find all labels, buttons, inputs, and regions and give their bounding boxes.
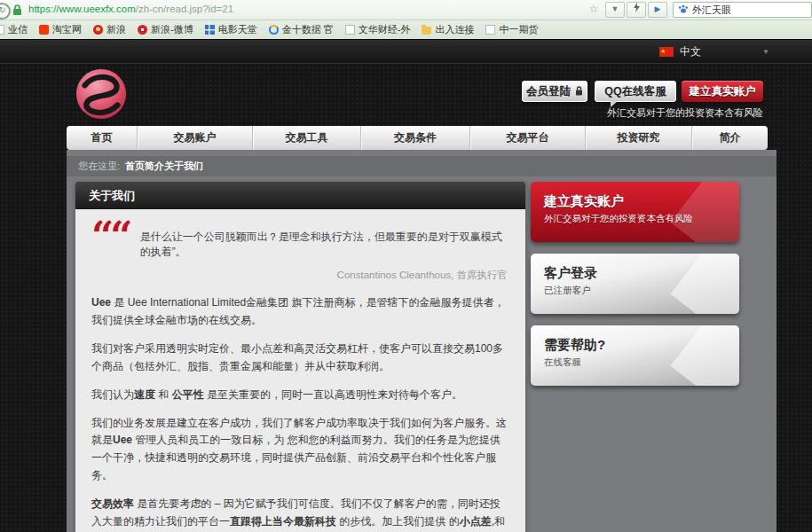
sina-icon xyxy=(93,25,103,35)
page-icon xyxy=(485,25,495,35)
bookmark-item-4[interactable]: 电影天堂 xyxy=(205,23,257,36)
bookmark-label: 新浪-微博 xyxy=(151,23,193,36)
search-text: 外汇天眼 xyxy=(692,4,731,17)
language-selector[interactable]: ★ 中文 xyxy=(659,44,701,59)
quote-attribution: Constantinos Cleanthous, 首席执行官 xyxy=(75,269,508,282)
paragraph-1: 我们对客户采用透明实时定价、最小点差和高灵活交易杠杆，使客户可以直接交易100多… xyxy=(91,340,509,376)
sidebar-client-login-panel[interactable]: 客户登录 已注册客户 xyxy=(531,254,739,314)
language-label: 中文 xyxy=(680,44,701,59)
site-header: 会员登陆 QQ在线客服 建立真实账户 外汇交易对于您的投资资本含有风险 xyxy=(67,64,777,126)
paragraph-3: 我们的业务发展是建立在客户成功，我们了解客户成功率取决于我们如何为客户服务。这就… xyxy=(91,415,509,486)
login-lock-icon xyxy=(575,82,583,103)
article-panel: 关于我们 ““ 是什么让一个公司脱颖而出？是理念和执行方法，但最重要的是对于双赢… xyxy=(75,182,525,532)
member-login-button[interactable]: 会员登陆 xyxy=(522,81,587,102)
create-real-account-button[interactable]: 建立真实账户 xyxy=(682,81,763,102)
bookmark-label: 出入连接 xyxy=(435,23,474,36)
nav-item-2[interactable]: 交易工具 xyxy=(253,126,361,150)
breadcrumb-path[interactable]: 首页简介关于我们 xyxy=(125,160,203,171)
dropdown-caret-icon[interactable]: ▼ xyxy=(605,2,625,18)
bookmark-item-3[interactable]: 新浪-微博 xyxy=(138,23,193,36)
taobao-icon xyxy=(39,25,49,35)
nav-item-3[interactable]: 交易条件 xyxy=(361,126,470,150)
article-heading: 关于我们 xyxy=(75,182,525,209)
quote-block: ““ 是什么让一个公司脱颖而出？是理念和执行方法，但最重要的是对于双赢模式的执着… xyxy=(75,209,525,260)
bookmark-item-6[interactable]: 文华财经-外 xyxy=(345,23,411,36)
quote-mark-icon: ““ xyxy=(91,227,130,260)
bookmark-label: 业信 xyxy=(8,23,28,36)
url-path: /zh-cn/read.jsp?id=21 xyxy=(136,4,233,14)
qq-support-button[interactable]: QQ在线客服 xyxy=(595,81,676,102)
sidebar: 建立真实账户 外汇交易对于您的投资资本含有风险 客户登录 已注册客户 需要帮助?… xyxy=(531,182,739,532)
grid-icon xyxy=(205,25,215,35)
bookmarks-bar: 业信淘宝网新浪新浪-微博电影天堂金十数据 官文华财经-外出入连接中一期货 xyxy=(0,20,812,39)
article-body: ““ 是什么让一个公司脱颖而出？是理念和执行方法，但最重要的是对于双赢模式的执着… xyxy=(75,209,525,532)
address-bar[interactable]: ↻ https://www.ueexfx.com/zh-cn/read.jsp?… xyxy=(0,0,812,20)
url-text[interactable]: https://www.ueexfx.com/zh-cn/read.jsp?id… xyxy=(28,4,233,14)
quote-text: 是什么让一个公司脱颖而出？是理念和执行方法，但最重要的是对于双赢模式的执着”。 xyxy=(140,227,509,260)
bookmark-item-5[interactable]: 金十数据 官 xyxy=(269,23,334,36)
paragraph-4: 交易效率 是首先要考虑的 – 因为它赋予我们可信度。我们不仅了解客户的需，同时还… xyxy=(91,496,509,532)
play-icon[interactable]: ▶ xyxy=(648,2,667,18)
folder-icon xyxy=(422,27,431,35)
paragraph-0: Uee 是 Uee International Limited金融集团 旗下注册… xyxy=(91,294,509,330)
page-background: ★ 中文 ▼ 会员登陆 QQ在线客服 xyxy=(0,39,812,532)
site-logo[interactable] xyxy=(74,66,129,121)
nav-item-5[interactable]: 投资研究 xyxy=(586,126,692,150)
bookmark-label: 电影天堂 xyxy=(218,23,257,36)
bookmark-item-2[interactable]: 新浪 xyxy=(93,23,126,36)
nav-item-1[interactable]: 交易账户 xyxy=(138,126,253,150)
bookmark-item-0[interactable]: 业信 xyxy=(0,23,28,36)
lightning-icon[interactable] xyxy=(627,2,646,18)
weibo-icon xyxy=(138,25,147,35)
nav-item-4[interactable]: 交易平台 xyxy=(470,126,586,150)
risk-warning-text: 外汇交易对于您的投资资本含有风险 xyxy=(607,106,763,120)
bookmark-item-7[interactable]: 出入连接 xyxy=(422,23,474,36)
bookmark-item-8[interactable]: 中一期货 xyxy=(485,23,538,36)
paw-icon xyxy=(678,4,689,16)
content-area: 您在这里:首页简介关于我们 关于我们 ““ 是什么让一个公司脱颖而出？是理念和执… xyxy=(67,150,777,532)
reload-icon[interactable]: ↻ xyxy=(0,3,11,20)
breadcrumb-prefix: 您在这里: xyxy=(78,160,120,171)
bookmark-item-1[interactable]: 淘宝网 xyxy=(39,23,82,36)
language-bar: ★ 中文 ▼ xyxy=(0,39,812,64)
ssl-lock-icon xyxy=(12,4,22,20)
main-navigation: 首页交易账户交易工具交易条件交易平台投资研究简介 xyxy=(67,126,768,150)
language-caret-icon[interactable]: ▼ xyxy=(762,48,769,56)
bookmark-label: 中一期货 xyxy=(499,23,538,36)
bookmark-label: 文华财经-外 xyxy=(359,23,411,36)
article-paragraphs: Uee 是 Uee International Limited金融集团 旗下注册… xyxy=(75,282,525,532)
bookmark-label: 新浪 xyxy=(106,23,126,36)
sidebar-create-account-panel[interactable]: 建立真实账户 外汇交易对于您的投资资本含有风险 xyxy=(531,182,739,242)
breadcrumb: 您在这里:首页简介关于我们 xyxy=(67,156,777,176)
page-icon xyxy=(345,25,355,35)
browser-search-input[interactable]: 外汇天眼 xyxy=(673,2,812,18)
sidebar-help-panel[interactable]: 需要帮助? 在线客服 xyxy=(531,325,739,386)
bookmark-label: 金十数据 官 xyxy=(282,23,334,36)
bookmark-star-icon[interactable]: ☆ xyxy=(584,3,603,17)
nav-item-0[interactable]: 首页 xyxy=(67,126,138,150)
bookmark-label: 淘宝网 xyxy=(52,23,82,36)
bolt-glyph xyxy=(634,3,640,17)
paragraph-2: 我们认为速度 和 公平性 是至关重要的，同时一直以高透明性来对待每个客户。 xyxy=(91,387,509,404)
compass-icon xyxy=(269,25,279,35)
page-icon xyxy=(0,25,4,35)
cn-flag-icon: ★ xyxy=(659,47,674,57)
url-host: https://www.ueexfx.com xyxy=(28,4,136,14)
nav-item-6[interactable]: 简介 xyxy=(692,126,768,150)
